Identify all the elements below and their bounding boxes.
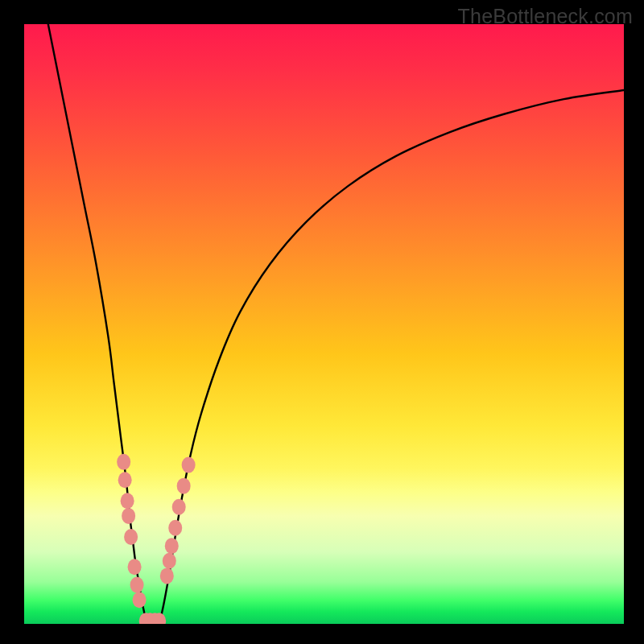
chart-frame: TheBottleneck.com (0, 0, 644, 644)
left-cluster-point (128, 559, 142, 575)
left-cluster-point (118, 472, 132, 488)
right-cluster-point (182, 457, 196, 473)
right-cluster-point (168, 520, 182, 536)
plot-area (24, 24, 624, 624)
left-cluster-point (124, 529, 138, 545)
left-cluster-point (121, 493, 134, 509)
marker-layer (117, 454, 195, 624)
chart-svg (24, 24, 624, 624)
left-cluster-point (117, 454, 130, 470)
watermark-text: TheBottleneck.com (458, 5, 633, 28)
left-cluster-point (130, 577, 144, 593)
right-cluster-point (172, 499, 186, 515)
right-cluster-point (163, 553, 176, 569)
right-cluster-point (165, 538, 179, 554)
right-curve (159, 90, 624, 624)
left-cluster-point (133, 592, 147, 608)
right-cluster-point (177, 478, 191, 494)
left-cluster-point (122, 508, 135, 524)
right-cluster-point (160, 568, 174, 584)
